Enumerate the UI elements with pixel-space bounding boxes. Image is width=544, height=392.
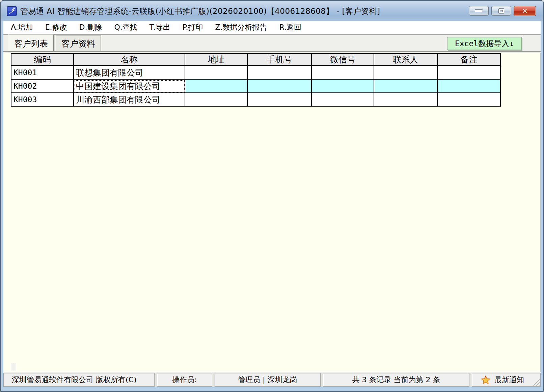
table-cell[interactable]: [312, 80, 374, 93]
menu-item-find[interactable]: Q.查找: [114, 22, 137, 32]
menu-bar: A.增加 E.修改 D.删除 Q.查找 T.导出 P.打印 Z.数据分析报告 R…: [3, 21, 541, 34]
table-cell[interactable]: [374, 93, 438, 107]
close-button[interactable]: ✕: [514, 6, 536, 16]
status-copyright: 深圳管易通软件有限公司 版权所有(C): [3, 373, 155, 387]
app-logo-icon: [7, 6, 17, 16]
table-cell[interactable]: KH003: [11, 93, 74, 107]
app-window: 管易通 AI 智能进销存管理系统-云联版(小红书推广版)(2026020100)…: [0, 0, 544, 392]
col-header-contact[interactable]: 联系人: [374, 54, 438, 66]
menu-item-edit[interactable]: E.修改: [45, 22, 67, 32]
table-cell[interactable]: 川渝西部集团有限公司: [74, 93, 185, 107]
col-header-note[interactable]: 备注: [438, 54, 501, 66]
window-title: 管易通 AI 智能进销存管理系统-云联版(小红书推广版)(2026020100)…: [20, 6, 380, 17]
menu-item-add[interactable]: A.增加: [11, 22, 33, 32]
resize-grip[interactable]: [533, 379, 540, 386]
col-header-code[interactable]: 编码: [11, 54, 74, 66]
table-cell[interactable]: [185, 80, 248, 93]
star-icon: [481, 375, 490, 385]
customer-list-page: 编码 名称 地址 手机号 微信号 联系人 备注 KH001 联想集团有限公司 K…: [3, 53, 541, 372]
menu-item-return[interactable]: R.返回: [279, 22, 302, 32]
table-cell[interactable]: [248, 93, 312, 107]
menu-item-analysis-report[interactable]: Z.数据分析报告: [215, 22, 267, 32]
table-cell-focused[interactable]: 中国建设集团有限公司: [74, 80, 185, 93]
tab-strip: 客户列表 客户资料 Excel数据导入↓: [3, 34, 541, 52]
menu-item-print[interactable]: P.打印: [183, 22, 203, 32]
status-notice-panel[interactable]: 最新通知: [472, 373, 541, 387]
menu-item-delete[interactable]: D.删除: [79, 22, 102, 32]
table-cell[interactable]: [438, 80, 501, 93]
excel-import-button[interactable]: Excel数据导入↓: [447, 37, 522, 50]
title-bar: 管易通 AI 智能进销存管理系统-云联版(小红书推广版)(2026020100)…: [1, 1, 543, 21]
table-cell[interactable]: [438, 93, 501, 107]
status-operator-label: 操作员:: [157, 373, 212, 387]
status-record-info: 共 3 条记录 当前为第 2 条: [323, 373, 469, 387]
status-notice-label: 最新通知: [494, 375, 524, 385]
client-area: 客户列表 客户资料 Excel数据导入↓ 编码 名称 地址 手机号 微信号 联系…: [3, 34, 541, 387]
minimize-button[interactable]: [469, 6, 489, 16]
tab-customer-list[interactable]: 客户列表: [8, 34, 54, 51]
table-cell[interactable]: [248, 66, 312, 80]
col-header-name[interactable]: 名称: [74, 54, 185, 66]
table-cell[interactable]: [185, 93, 248, 107]
table-cell[interactable]: [312, 66, 374, 80]
table-cell[interactable]: [374, 80, 438, 93]
status-operator-value: 管理员 | 深圳龙岗: [215, 373, 321, 387]
table-cell[interactable]: KH001: [11, 66, 74, 80]
table-cell[interactable]: [248, 80, 312, 93]
table-cell[interactable]: 联想集团有限公司: [74, 66, 185, 80]
status-bar: 深圳管易通软件有限公司 版权所有(C) 操作员: 管理员 | 深圳龙岗 共 3 …: [3, 373, 541, 387]
col-header-address[interactable]: 地址: [185, 54, 248, 66]
menu-item-export[interactable]: T.导出: [149, 22, 170, 32]
table-cell[interactable]: [312, 93, 374, 107]
minimize-icon: [475, 9, 483, 12]
table-cell[interactable]: KH002: [11, 80, 74, 93]
window-controls: ✕: [469, 6, 536, 16]
scrollbar-stub: [11, 363, 16, 371]
col-header-mobile[interactable]: 手机号: [248, 54, 312, 66]
tabs: 客户列表 客户资料: [8, 34, 101, 51]
table-cell[interactable]: [185, 66, 248, 80]
table-cell[interactable]: [374, 66, 438, 80]
tab-customer-detail[interactable]: 客户资料: [55, 35, 101, 51]
table-cell[interactable]: [438, 66, 501, 80]
restore-icon: [498, 8, 504, 13]
restore-button[interactable]: [491, 6, 511, 16]
close-icon: ✕: [522, 8, 528, 15]
customer-table: 编码 名称 地址 手机号 微信号 联系人 备注 KH001 联想集团有限公司 K…: [11, 53, 501, 107]
col-header-wechat[interactable]: 微信号: [312, 54, 374, 66]
